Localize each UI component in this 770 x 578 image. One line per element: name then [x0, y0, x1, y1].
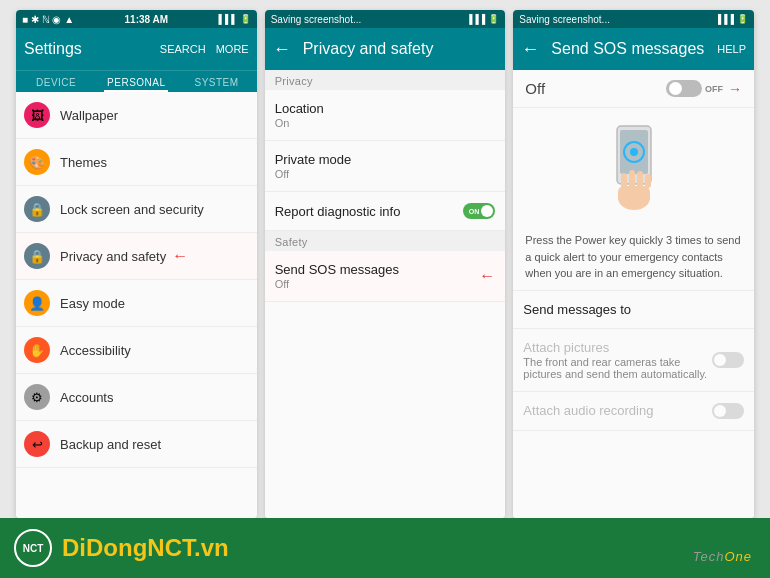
location-item-left: Location On: [275, 101, 324, 129]
audio-toggle-thumb: [714, 405, 726, 417]
themes-label: Themes: [60, 155, 107, 170]
sos-sub: Off: [275, 278, 399, 290]
accessibility-icon: ✋: [24, 337, 50, 363]
location-sub: On: [275, 117, 324, 129]
tech-text: Tech: [693, 549, 725, 564]
privacy-content: Privacy Location On Private mode Off Rep: [265, 70, 506, 518]
tab-system[interactable]: SYSTEM: [176, 71, 256, 92]
send-messages-to-label: Send messages to: [523, 302, 631, 317]
sos-toggle-thumb: [669, 82, 682, 95]
menu-wallpaper[interactable]: 🖼 Wallpaper: [16, 92, 257, 139]
settings-title: Settings: [24, 40, 82, 58]
attach-pictures-desc: The front and rear cameras take pictures…: [523, 356, 712, 380]
attach-toggle-thumb: [714, 354, 726, 366]
time-display-1: 11:38 AM: [125, 14, 169, 25]
sos-item-left: Send SOS messages Off: [275, 262, 399, 290]
sos-toggle-arrow: →: [728, 81, 742, 97]
location-item[interactable]: Location On: [265, 90, 506, 141]
diagnostic-item[interactable]: Report diagnostic info ON: [265, 192, 506, 231]
menu-themes[interactable]: 🎨 Themes: [16, 139, 257, 186]
svg-rect-9: [645, 174, 651, 188]
section-privacy-label: Privacy: [265, 70, 506, 90]
nct-logo-text: NCT: [23, 543, 44, 554]
accounts-label: Accounts: [60, 390, 113, 405]
tab-device[interactable]: DEVICE: [16, 71, 96, 92]
status-icons-1: ■ ✱ ℕ ◉ ▲: [22, 14, 74, 25]
private-mode-sub: Off: [275, 168, 352, 180]
signal-icon-3: ▌▌▌🔋: [718, 14, 748, 24]
toggle-thumb: [481, 205, 493, 217]
phone-privacy: Saving screenshot... ▌▌▌🔋 ← Privacy and …: [265, 10, 506, 518]
menu-accounts[interactable]: ⚙ Accounts: [16, 374, 257, 421]
tab-personal[interactable]: PERSONAL: [96, 71, 176, 92]
privacy-title: Privacy and safety: [303, 40, 434, 58]
sos-header-title: Send SOS messages: [551, 40, 704, 58]
sos-toggle-pill[interactable]: [666, 80, 702, 97]
backup-label: Backup and reset: [60, 437, 161, 452]
menu-accessibility[interactable]: ✋ Accessibility: [16, 327, 257, 374]
accounts-icon: ⚙: [24, 384, 50, 410]
attach-audio-item[interactable]: Attach audio recording: [513, 392, 754, 431]
brand-text: DiDongNCT.vn: [62, 534, 229, 562]
sos-off-row: Off OFF →: [513, 70, 754, 108]
search-button[interactable]: SEARCH: [160, 43, 206, 55]
phone-hand-svg: [589, 118, 679, 218]
attach-audio-toggle[interactable]: [712, 403, 744, 419]
screenshot-saving-3: Saving screenshot...: [519, 14, 610, 25]
help-button[interactable]: HELP: [717, 43, 746, 55]
phone-sos: Saving screenshot... ▌▌▌🔋 ← Send SOS mes…: [513, 10, 754, 518]
system-icons-1: ▌▌▌ 🔋: [219, 14, 251, 24]
privacy-arrow: ←: [172, 247, 188, 265]
settings-tabs: DEVICE PERSONAL SYSTEM: [16, 70, 257, 92]
status-bar-1: ■ ✱ ℕ ◉ ▲ 11:38 AM ▌▌▌ 🔋: [16, 10, 257, 28]
status-bar-2: Saving screenshot... ▌▌▌🔋: [265, 10, 506, 28]
attach-pictures-toggle[interactable]: [712, 352, 744, 368]
more-button[interactable]: MORE: [216, 43, 249, 55]
sos-toggle-container[interactable]: OFF →: [666, 80, 742, 97]
diagnostic-toggle[interactable]: ON: [463, 203, 495, 219]
back-button-3[interactable]: ←: [521, 39, 539, 60]
attach-pictures-item[interactable]: Attach pictures The front and rear camer…: [513, 329, 754, 392]
nct-logo: NCT: [14, 529, 52, 567]
phones-row: ■ ✱ ℕ ◉ ▲ 11:38 AM ▌▌▌ 🔋 Settings SEARCH…: [0, 0, 770, 518]
attach-audio-title: Attach audio recording: [523, 403, 653, 418]
settings-menu-list: 🖼 Wallpaper 🎨 Themes 🔒 Lock screen and s…: [16, 92, 257, 518]
svg-rect-7: [629, 170, 635, 188]
sos-description: Press the Power key quickly 3 times to s…: [513, 224, 754, 291]
one-text: One: [724, 549, 752, 564]
private-mode-left: Private mode Off: [275, 152, 352, 180]
techone-branding: TechOne: [693, 549, 752, 564]
toggle-on-label: ON: [469, 208, 480, 215]
notification-icons: ■ ✱ ℕ ◉ ▲: [22, 14, 74, 25]
attach-pictures-left: Attach pictures The front and rear camer…: [523, 340, 712, 380]
screenshot-saving-2: Saving screenshot...: [271, 14, 362, 25]
bottom-bar: NCT DiDongNCT.vn: [0, 518, 770, 578]
section-safety-label: Safety: [265, 231, 506, 251]
sos-title: Send SOS messages: [275, 262, 399, 277]
system-icons-2: ▌▌▌🔋: [469, 14, 499, 24]
send-messages-to-item[interactable]: Send messages to: [513, 291, 754, 329]
app-container: ■ ✱ ℕ ◉ ▲ 11:38 AM ▌▌▌ 🔋 Settings SEARCH…: [0, 0, 770, 578]
menu-lock-screen[interactable]: 🔒 Lock screen and security: [16, 186, 257, 233]
sos-content: Off OFF →: [513, 70, 754, 518]
menu-privacy[interactable]: 🔒 Privacy and safety ←: [16, 233, 257, 280]
backup-icon: ↩: [24, 431, 50, 457]
sos-messages-item[interactable]: Send SOS messages Off ←: [265, 251, 506, 302]
settings-header: Settings SEARCH MORE: [16, 28, 257, 70]
privacy-header: ← Privacy and safety: [265, 28, 506, 70]
phone-settings: ■ ✱ ℕ ◉ ▲ 11:38 AM ▌▌▌ 🔋 Settings SEARCH…: [16, 10, 257, 518]
sos-arrow: ←: [479, 267, 495, 285]
menu-easy-mode[interactable]: 👤 Easy mode: [16, 280, 257, 327]
menu-backup[interactable]: ↩ Backup and reset: [16, 421, 257, 468]
private-mode-item[interactable]: Private mode Off: [265, 141, 506, 192]
attach-audio-left: Attach audio recording: [523, 403, 653, 418]
sos-off-label: Off: [525, 80, 545, 97]
accessibility-label: Accessibility: [60, 343, 131, 358]
lock-label: Lock screen and security: [60, 202, 204, 217]
svg-rect-8: [637, 171, 643, 188]
signal-icon: ▌▌▌: [219, 14, 238, 24]
back-button-2[interactable]: ←: [273, 39, 291, 60]
diagnostic-title: Report diagnostic info: [275, 204, 401, 219]
privacy-icon: 🔒: [24, 243, 50, 269]
themes-icon: 🎨: [24, 149, 50, 175]
